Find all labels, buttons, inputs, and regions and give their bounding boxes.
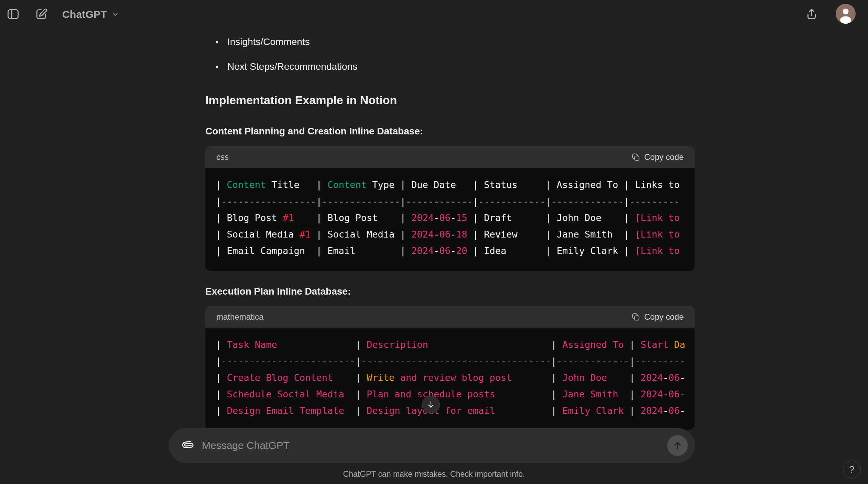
share-button[interactable] — [803, 6, 820, 22]
person-icon — [836, 4, 856, 24]
model-switcher[interactable]: ChatGPT — [62, 0, 119, 29]
code-text: | Content Title | Content Type | Due Dat… — [216, 177, 695, 259]
copy-code-button[interactable]: Copy code — [631, 312, 684, 322]
list-item: Next Steps/Recommendations — [216, 59, 357, 74]
chatgpt-app: ChatGPT Insights — [0, 0, 868, 484]
code-block-header: css Copy code — [205, 146, 695, 168]
list-item-text: Insights/Comments — [227, 36, 310, 47]
copy-code-label: Copy code — [644, 152, 684, 162]
code-language-label: mathematica — [216, 312, 263, 322]
message-input[interactable] — [202, 440, 664, 451]
help-button[interactable]: ? — [843, 461, 861, 478]
attach-file-button[interactable] — [180, 438, 195, 453]
copy-icon — [631, 153, 640, 162]
sidebar-toggle-button[interactable] — [5, 6, 21, 22]
code-block-header: mathematica Copy code — [205, 306, 695, 328]
code-text: | Task Name | Description | Assigned To … — [216, 337, 695, 419]
new-chat-button[interactable] — [33, 6, 50, 22]
copy-code-button[interactable]: Copy code — [631, 152, 684, 162]
disclaimer-text: ChatGPT can make mistakes. Check importa… — [0, 470, 868, 479]
code-block-css: css Copy code | Content Title | Content … — [205, 146, 695, 271]
paperclip-icon — [178, 436, 197, 455]
bullet-dot — [216, 41, 218, 43]
share-icon — [804, 7, 819, 21]
message-composer — [169, 428, 695, 463]
code-section-label: Execution Plan Inline Database: — [205, 286, 351, 297]
arrow-down-icon — [426, 400, 436, 409]
code-block-mathematica: mathematica Copy code | Task Name | Desc… — [205, 306, 695, 430]
bullet-dot — [216, 66, 218, 68]
code-block-body: | Task Name | Description | Assigned To … — [205, 328, 695, 430]
list-item: Insights/Comments — [216, 34, 310, 50]
chevron-down-icon — [111, 10, 119, 19]
help-label: ? — [849, 464, 854, 475]
arrow-up-icon — [672, 440, 683, 451]
send-button[interactable] — [667, 435, 688, 456]
sidebar-toggle-icon — [6, 7, 20, 21]
code-language-label: css — [216, 152, 229, 162]
code-section-label: Content Planning and Creation Inline Dat… — [205, 126, 423, 137]
code-block-body: | Content Title | Content Type | Due Dat… — [205, 168, 695, 271]
compose-icon — [34, 7, 48, 21]
copy-icon — [631, 312, 640, 321]
user-avatar[interactable] — [836, 4, 856, 24]
copy-code-label: Copy code — [644, 312, 684, 322]
top-bar: ChatGPT — [0, 0, 868, 29]
section-heading: Implementation Example in Notion — [205, 94, 397, 107]
app-title: ChatGPT — [62, 9, 107, 20]
scroll-to-bottom-button[interactable] — [422, 396, 440, 414]
list-item-text: Next Steps/Recommendations — [227, 61, 357, 72]
